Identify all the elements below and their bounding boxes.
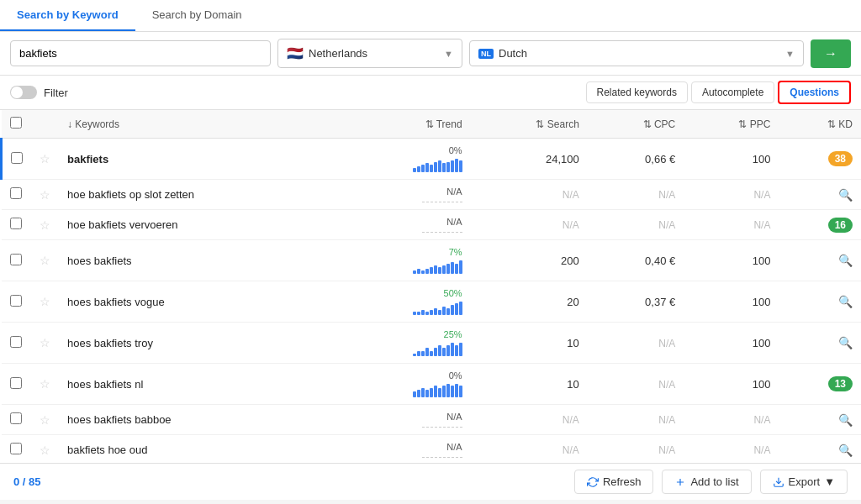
trend-percent: N/A (446, 412, 462, 422)
ppc-value: N/A (684, 210, 779, 240)
language-icon: NL (478, 49, 494, 59)
export-button[interactable]: Export ▼ (760, 470, 848, 494)
row-checkbox[interactable] (10, 295, 22, 307)
select-all-checkbox[interactable] (10, 117, 22, 129)
trend-cell: 0% (348, 370, 462, 397)
search-volume: 20 (471, 281, 588, 323)
star-icon[interactable]: ☆ (40, 218, 50, 232)
filter-toggle[interactable] (10, 86, 37, 99)
row-checkbox[interactable] (10, 412, 22, 424)
trend-percent: 0% (449, 370, 462, 381)
col-cpc[interactable]: ⇅ CPC (588, 110, 684, 139)
cpc-value: N/A (588, 180, 684, 210)
tab-search-keyword[interactable]: Search by Keyword (0, 0, 135, 31)
star-icon[interactable]: ☆ (40, 444, 50, 457)
search-volume: 24,100 (471, 139, 588, 180)
trend-bars (413, 259, 462, 274)
table-row: ☆hoes bakfiets7%2000,40 €100🔍 (2, 240, 862, 281)
kd-value: 38 (779, 139, 861, 180)
filter-bar: Filter Related keywords Autocomplete Que… (0, 76, 861, 110)
row-checkbox[interactable] (11, 152, 23, 164)
trend-percent: N/A (446, 442, 462, 452)
star-icon[interactable]: ☆ (40, 188, 50, 202)
trend-cell: N/A (348, 217, 462, 233)
kd-value: 🔍 (779, 240, 861, 281)
tabs-container: Search by Keyword Search by Domain (0, 0, 861, 32)
table-row: ☆hoes bakfiets troy25%10N/A100🔍 (2, 323, 862, 364)
row-checkbox[interactable] (10, 377, 22, 389)
trend-percent: 0% (449, 145, 462, 155)
filter-left: Filter (10, 86, 68, 99)
row-checkbox[interactable] (10, 218, 22, 229)
search-icon: 🔍 (838, 413, 853, 427)
col-kd[interactable]: ⇅ KD (779, 110, 861, 139)
table-header-row: ↓ Keywords ⇅ Trend ⇅ Search ⇅ CPC ⇅ PPC … (2, 110, 862, 139)
trend-cell: 7% (348, 247, 462, 274)
ppc-value: 100 (684, 281, 779, 323)
row-checkbox[interactable] (10, 187, 22, 199)
row-checkbox[interactable] (10, 254, 22, 265)
country-select[interactable]: 🇳🇱 Netherlands ▼ (277, 39, 462, 68)
star-icon[interactable]: ☆ (40, 152, 50, 165)
language-dropdown-arrow: ▼ (785, 49, 795, 59)
ppc-value: 100 (684, 139, 779, 180)
country-label: Netherlands (309, 47, 367, 60)
keyword-text: bakfiets (67, 153, 108, 165)
col-keywords-label: ↓ Keywords (67, 118, 119, 130)
star-icon[interactable]: ☆ (40, 336, 50, 349)
star-icon[interactable]: ☆ (40, 295, 50, 308)
refresh-button[interactable]: Refresh (574, 470, 654, 494)
search-volume: 10 (471, 323, 588, 364)
ppc-value: N/A (684, 180, 779, 210)
trend-bars (413, 300, 462, 315)
cpc-value: 0,37 € (588, 281, 684, 323)
language-select[interactable]: NL Dutch ▼ (469, 40, 804, 66)
star-icon[interactable]: ☆ (40, 254, 50, 267)
cpc-value: N/A (588, 405, 684, 435)
questions-button[interactable]: Questions (778, 81, 851, 104)
search-icon: 🔍 (838, 254, 853, 267)
kd-value: 🔍 (779, 281, 861, 323)
col-keywords[interactable]: ↓ Keywords (59, 110, 340, 139)
col-trend[interactable]: ⇅ Trend (340, 110, 471, 139)
result-count: 0 / 85 (13, 475, 41, 488)
go-button[interactable]: → (811, 39, 851, 68)
col-trend-label: ⇅ Trend (425, 118, 462, 130)
add-to-list-button[interactable]: Add to list (662, 470, 751, 494)
col-ppc[interactable]: ⇅ PPC (684, 110, 779, 139)
filter-right: Related keywords Autocomplete Questions (586, 81, 851, 104)
kd-value: 🔍 (779, 435, 861, 464)
export-arrow: ▼ (824, 475, 835, 488)
table-row: ☆bakfiets0%24,1000,66 €10038 (2, 139, 862, 180)
trend-bars (413, 341, 462, 356)
trend-cell: N/A (348, 442, 462, 458)
keyword-text: hoes bakfiets nl (67, 378, 143, 391)
related-keywords-button[interactable]: Related keywords (586, 81, 688, 103)
table-row: ☆hoe bakfiets vervoerenN/AN/AN/AN/A16 (2, 210, 862, 240)
footer-actions: Refresh Add to list Export ▼ (574, 470, 848, 494)
kd-value: 🔍 (779, 405, 861, 435)
keyword-input[interactable] (10, 40, 271, 66)
star-icon[interactable]: ☆ (40, 377, 50, 391)
cpc-value: N/A (588, 435, 684, 464)
search-volume: N/A (471, 180, 588, 210)
country-flag: 🇳🇱 (287, 45, 304, 61)
trend-cell: 25% (348, 329, 462, 356)
star-icon[interactable]: ☆ (40, 413, 50, 427)
search-icon: 🔍 (838, 295, 853, 308)
search-bar: 🇳🇱 Netherlands ▼ NL Dutch ▼ → (0, 32, 861, 76)
row-checkbox[interactable] (10, 336, 22, 348)
trend-percent: 7% (449, 247, 462, 257)
autocomplete-button[interactable]: Autocomplete (691, 81, 774, 103)
trend-percent: N/A (446, 186, 462, 197)
search-icon: 🔍 (838, 336, 853, 349)
search-icon: 🔍 (838, 188, 853, 202)
ppc-value: 100 (684, 323, 779, 364)
col-search[interactable]: ⇅ Search (471, 110, 588, 139)
trend-bars (413, 157, 462, 172)
row-checkbox[interactable] (10, 443, 22, 454)
refresh-icon (587, 476, 599, 488)
search-volume: 200 (471, 240, 588, 281)
cpc-value: N/A (588, 210, 684, 240)
tab-search-domain[interactable]: Search by Domain (135, 0, 259, 31)
